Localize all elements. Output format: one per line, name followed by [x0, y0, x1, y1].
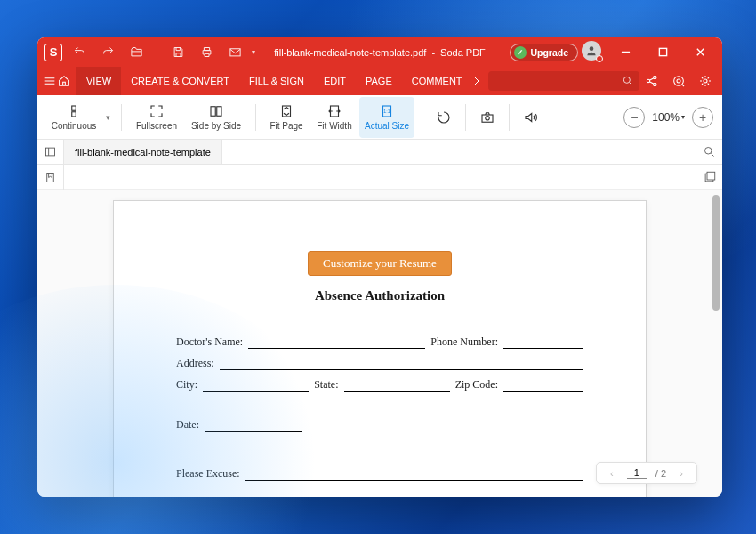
- svg-line-14: [649, 78, 654, 81]
- label-phone-number: Phone Number:: [430, 336, 498, 349]
- svg-point-18: [704, 79, 707, 83]
- tab-create-convert[interactable]: CREATE & CONVERT: [121, 67, 239, 95]
- field-state[interactable]: [344, 379, 450, 392]
- bookmarks-button[interactable]: [37, 165, 64, 190]
- rotate-icon: [436, 109, 452, 125]
- tabs-scroll-right[interactable]: [472, 77, 481, 85]
- svg-rect-0: [229, 49, 239, 56]
- zoom-control: − 100%▾ +: [623, 107, 713, 128]
- redo-button[interactable]: [96, 41, 119, 64]
- tab-comment[interactable]: COMMENT: [402, 67, 472, 95]
- field-address[interactable]: [220, 358, 583, 370]
- field-zip-code[interactable]: [503, 379, 583, 392]
- zoom-out-button[interactable]: −: [623, 107, 645, 128]
- side-by-side-icon: [208, 103, 224, 119]
- maximize-button[interactable]: [646, 41, 680, 64]
- label-address: Address:: [176, 357, 214, 370]
- svg-rect-22: [217, 107, 221, 117]
- share-button[interactable]: [639, 69, 664, 93]
- mail-button[interactable]: [223, 41, 246, 64]
- pages-panel-button[interactable]: [696, 165, 722, 190]
- svg-point-31: [705, 148, 712, 155]
- vertical-scrollbar[interactable]: [712, 195, 720, 311]
- zoom-value[interactable]: 100%▾: [652, 111, 685, 124]
- svg-point-17: [677, 79, 680, 83]
- speaker-icon: [523, 109, 539, 125]
- svg-rect-20: [72, 112, 76, 117]
- camera-icon: [479, 109, 495, 125]
- menu-tabs: VIEW CREATE & CONVERT FILL & SIGN EDIT P…: [76, 67, 472, 95]
- label-please-excuse: Please Excuse:: [176, 467, 240, 481]
- fullscreen-icon: [149, 103, 165, 119]
- field-please-excuse[interactable]: [245, 468, 583, 481]
- undo-button[interactable]: [68, 41, 91, 64]
- document-viewport[interactable]: Customize your Resume Absence Authorizat…: [37, 190, 722, 497]
- svg-point-9: [623, 77, 630, 83]
- field-doctors-name[interactable]: [248, 336, 425, 349]
- form-title: Absence Authorization: [176, 288, 583, 303]
- hamburger-button[interactable]: [43, 69, 57, 93]
- tab-fill-sign[interactable]: FILL & SIGN: [239, 67, 314, 95]
- ribbon: Continuous ▾ Fullscreen Side by Side Fit…: [37, 95, 722, 140]
- fit-width-button[interactable]: Fit Width: [310, 97, 359, 138]
- open-button[interactable]: [125, 41, 148, 64]
- page-total: / 2: [655, 468, 666, 479]
- doc-tab-strip: fill-blank-medical-note-template: [37, 140, 722, 165]
- label-doctors-name: Doctor's Name:: [176, 336, 243, 349]
- read-aloud-button[interactable]: [517, 97, 545, 138]
- search-panel-button[interactable]: [696, 140, 722, 164]
- svg-rect-21: [211, 107, 215, 117]
- home-button[interactable]: [57, 69, 71, 93]
- side-by-side-button[interactable]: Side by Side: [184, 97, 248, 138]
- svg-rect-29: [46, 148, 55, 156]
- pdf-page: Customize your Resume Absence Authorizat…: [113, 200, 647, 497]
- tab-view[interactable]: VIEW: [76, 67, 121, 95]
- minimize-button[interactable]: [608, 41, 642, 64]
- search-input[interactable]: [488, 71, 639, 91]
- field-city[interactable]: [203, 379, 309, 392]
- app-name: Soda PDF: [440, 47, 486, 58]
- print-button[interactable]: [195, 41, 218, 64]
- field-phone-number[interactable]: [503, 336, 583, 349]
- field-date[interactable]: [205, 419, 302, 432]
- rotate-button[interactable]: [430, 97, 458, 138]
- app-logo: S: [44, 44, 62, 61]
- close-button[interactable]: [683, 41, 717, 64]
- svg-point-28: [486, 116, 490, 120]
- svg-line-32: [711, 153, 713, 156]
- upgrade-button[interactable]: ✓ Upgrade: [510, 44, 578, 61]
- help-button[interactable]: [666, 69, 691, 93]
- customize-resume-button[interactable]: Customize your Resume: [308, 251, 452, 276]
- titlebar-more-dropdown[interactable]: ▾: [252, 48, 255, 56]
- page-input[interactable]: [627, 467, 647, 479]
- svg-text:1:1: 1:1: [383, 109, 390, 114]
- menubar: VIEW CREATE & CONVERT FILL & SIGN EDIT P…: [37, 67, 722, 95]
- fit-page-icon: [278, 103, 294, 119]
- continuous-button[interactable]: Continuous: [46, 97, 101, 138]
- prev-page-button[interactable]: ‹: [606, 468, 618, 479]
- fullscreen-button[interactable]: Fullscreen: [129, 97, 184, 138]
- continuous-icon: [66, 103, 82, 119]
- account-button[interactable]: [582, 41, 605, 64]
- panel-toggle-button[interactable]: [37, 140, 64, 164]
- label-zip-code: Zip Code:: [455, 378, 498, 392]
- next-page-button[interactable]: ›: [675, 468, 688, 479]
- svg-point-1: [590, 46, 594, 51]
- svg-rect-19: [72, 106, 76, 110]
- svg-line-15: [649, 82, 654, 85]
- fit-width-icon: [326, 103, 342, 119]
- document-tab[interactable]: fill-blank-medical-note-template: [64, 140, 222, 164]
- zoom-in-button[interactable]: +: [692, 107, 713, 128]
- tab-page[interactable]: PAGE: [356, 67, 402, 95]
- actual-size-button[interactable]: 1:1 Actual Size: [359, 97, 414, 138]
- label-city: City:: [176, 378, 197, 392]
- settings-button[interactable]: [693, 69, 718, 93]
- tab-edit[interactable]: EDIT: [314, 67, 356, 95]
- document-name: fill-blank-medical-note-template.pdf: [274, 47, 426, 58]
- snapshot-button[interactable]: [473, 97, 502, 138]
- label-state: State:: [314, 378, 338, 392]
- svg-rect-3: [659, 48, 666, 55]
- save-button[interactable]: [166, 41, 189, 64]
- continuous-dropdown[interactable]: ▾: [101, 113, 114, 122]
- fit-page-button[interactable]: Fit Page: [263, 97, 310, 138]
